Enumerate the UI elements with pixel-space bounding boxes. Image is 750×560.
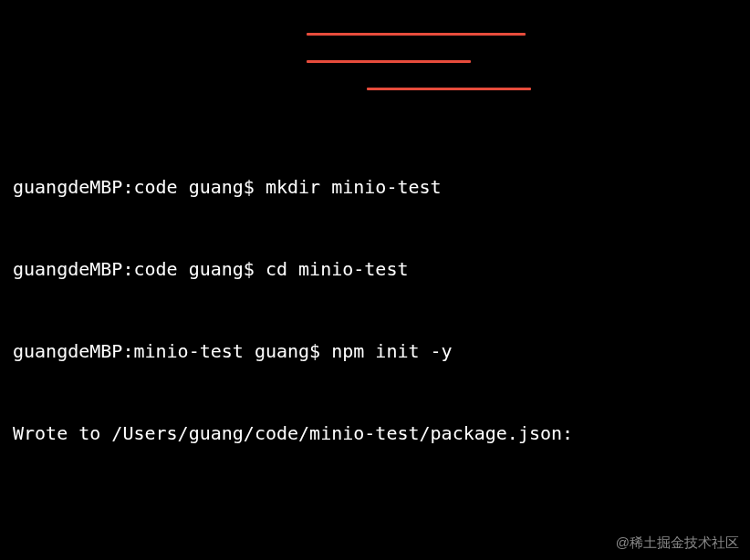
terminal-output: guangdeMBP:code guang$ mkdir minio-test … — [13, 9, 737, 560]
json-line: { — [13, 556, 737, 560]
shell-command: npm init -y — [331, 340, 452, 362]
highlight-underline — [307, 60, 471, 63]
output-line: Wrote to /Users/guang/code/minio-test/pa… — [13, 420, 737, 447]
prompt-line: guangdeMBP:code guang$ cd minio-test — [13, 255, 737, 283]
highlight-underline — [367, 88, 531, 90]
shell-prompt: guangdeMBP:code guang$ — [13, 258, 266, 280]
watermark-text: @稀土掘金技术社区 — [616, 533, 739, 554]
shell-prompt: guangdeMBP:minio-test guang$ — [13, 340, 331, 362]
prompt-line: guangdeMBP:code guang$ mkdir minio-test — [13, 173, 737, 201]
shell-prompt: guangdeMBP:code guang$ — [13, 176, 266, 198]
shell-command: cd minio-test — [266, 258, 409, 280]
highlight-underline — [307, 33, 526, 36]
shell-command: mkdir minio-test — [266, 176, 442, 198]
prompt-line: guangdeMBP:minio-test guang$ npm init -y — [13, 337, 737, 365]
